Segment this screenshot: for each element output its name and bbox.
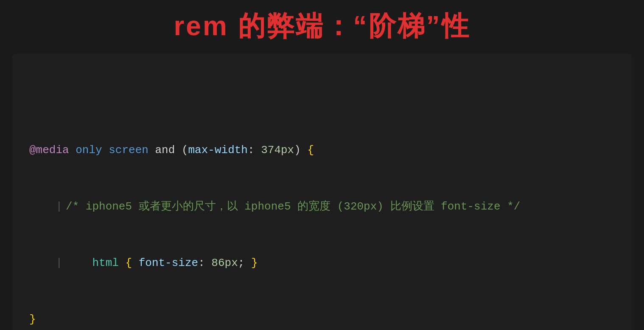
page-wrapper: rem 的弊端：“阶梯”性 @media only screen and (ma… — [0, 0, 644, 330]
code-block: @media only screen and (max-width: 374px… — [29, 66, 615, 330]
title-section: rem 的弊端：“阶梯”性 — [0, 0, 644, 54]
code-line-1: @media only screen and (max-width: 374px… — [29, 141, 615, 160]
code-line-2: |/* iphone5 或者更小的尺寸，以 iphone5 的宽度 (320px… — [29, 197, 615, 216]
code-line-3: | html { font-size: 86px; } — [29, 254, 615, 273]
code-line-4: } — [29, 310, 615, 329]
code-section: @media only screen and (max-width: 374px… — [12, 54, 632, 330]
page-title: rem 的弊端：“阶梯”性 — [0, 8, 644, 45]
